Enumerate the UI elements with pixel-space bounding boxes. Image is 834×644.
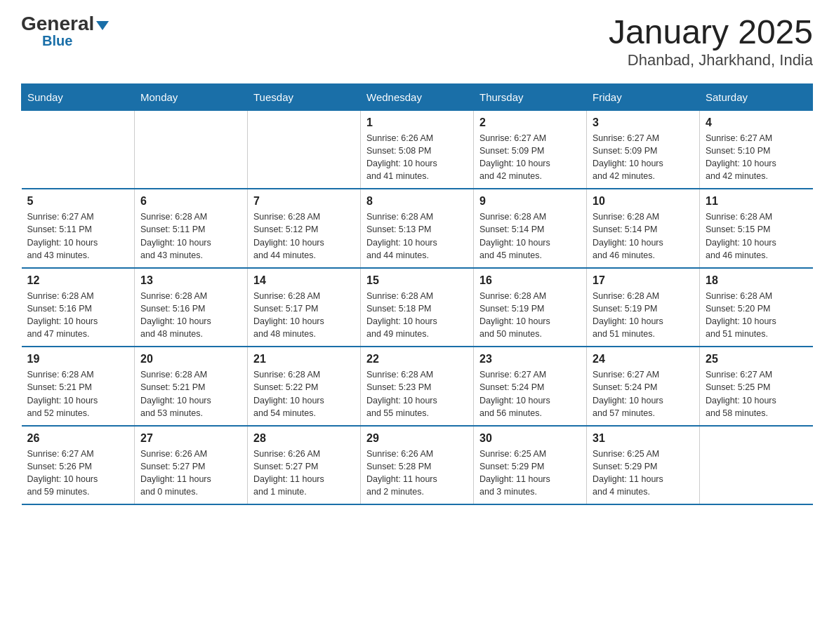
calendar-day-cell: 23Sunrise: 6:27 AM Sunset: 5:24 PM Dayli… (474, 347, 587, 426)
day-info: Sunrise: 6:28 AM Sunset: 5:21 PM Dayligh… (27, 370, 98, 417)
calendar-body: 1Sunrise: 6:26 AM Sunset: 5:08 PM Daylig… (22, 110, 813, 504)
day-number: 29 (366, 432, 468, 445)
calendar-day-cell: 28Sunrise: 6:26 AM Sunset: 5:27 PM Dayli… (248, 426, 361, 505)
calendar-day-cell: 18Sunrise: 6:28 AM Sunset: 5:20 PM Dayli… (700, 268, 813, 347)
day-info: Sunrise: 6:28 AM Sunset: 5:17 PM Dayligh… (253, 291, 324, 339)
day-number: 14 (253, 274, 355, 287)
calendar-day-cell: 19Sunrise: 6:28 AM Sunset: 5:21 PM Dayli… (22, 347, 135, 426)
calendar-day-cell: 21Sunrise: 6:28 AM Sunset: 5:22 PM Dayli… (248, 347, 361, 426)
day-number: 6 (140, 195, 241, 208)
day-info: Sunrise: 6:28 AM Sunset: 5:20 PM Dayligh… (706, 291, 776, 339)
day-number: 11 (706, 195, 807, 208)
day-info: Sunrise: 6:27 AM Sunset: 5:25 PM Dayligh… (706, 370, 776, 417)
calendar-day-cell: 10Sunrise: 6:28 AM Sunset: 5:14 PM Dayli… (587, 189, 700, 268)
day-number: 8 (366, 195, 468, 208)
calendar-table: SundayMondayTuesdayWednesdayThursdayFrid… (21, 83, 813, 506)
day-number: 24 (593, 353, 694, 365)
day-number: 5 (27, 195, 129, 208)
day-info: Sunrise: 6:28 AM Sunset: 5:22 PM Dayligh… (253, 370, 324, 417)
day-info: Sunrise: 6:25 AM Sunset: 5:29 PM Dayligh… (593, 449, 663, 497)
day-info: Sunrise: 6:25 AM Sunset: 5:29 PM Dayligh… (479, 449, 550, 497)
title-section: January 2025 Dhanbad, Jharkhand, India (609, 14, 813, 69)
day-info: Sunrise: 6:28 AM Sunset: 5:16 PM Dayligh… (140, 291, 211, 339)
calendar-week-row: 1Sunrise: 6:26 AM Sunset: 5:08 PM Daylig… (22, 110, 813, 189)
calendar-day-cell: 2Sunrise: 6:27 AM Sunset: 5:09 PM Daylig… (474, 110, 587, 189)
page-header: General Blue January 2025 Dhanbad, Jhark… (21, 14, 813, 69)
calendar-day-cell: 24Sunrise: 6:27 AM Sunset: 5:24 PM Dayli… (587, 347, 700, 426)
calendar-day-cell: 15Sunrise: 6:28 AM Sunset: 5:18 PM Dayli… (361, 268, 474, 347)
day-number: 27 (140, 432, 241, 445)
day-number: 15 (366, 274, 468, 287)
day-info: Sunrise: 6:28 AM Sunset: 5:16 PM Dayligh… (27, 291, 98, 339)
day-of-week-header-saturday: Saturday (700, 83, 813, 110)
day-info: Sunrise: 6:28 AM Sunset: 5:19 PM Dayligh… (479, 291, 550, 339)
day-number: 10 (593, 195, 694, 208)
day-number: 4 (706, 116, 807, 129)
empty-day-cell (135, 110, 248, 189)
day-info: Sunrise: 6:27 AM Sunset: 5:09 PM Dayligh… (593, 133, 663, 181)
day-of-week-header-sunday: Sunday (22, 83, 135, 110)
day-info: Sunrise: 6:26 AM Sunset: 5:08 PM Dayligh… (366, 133, 437, 181)
day-number: 1 (366, 116, 468, 129)
day-number: 3 (593, 116, 694, 129)
logo-blue-text: Blue (42, 34, 72, 48)
day-info: Sunrise: 6:28 AM Sunset: 5:14 PM Dayligh… (479, 212, 550, 260)
logo: General Blue (21, 14, 109, 48)
calendar-day-cell: 7Sunrise: 6:28 AM Sunset: 5:12 PM Daylig… (248, 189, 361, 268)
calendar-day-cell: 1Sunrise: 6:26 AM Sunset: 5:08 PM Daylig… (361, 110, 474, 189)
day-number: 31 (593, 432, 694, 445)
calendar-day-cell: 20Sunrise: 6:28 AM Sunset: 5:21 PM Dayli… (135, 347, 248, 426)
day-info: Sunrise: 6:28 AM Sunset: 5:11 PM Dayligh… (140, 212, 211, 260)
day-info: Sunrise: 6:27 AM Sunset: 5:26 PM Dayligh… (27, 449, 98, 497)
day-number: 30 (479, 432, 581, 445)
day-info: Sunrise: 6:26 AM Sunset: 5:28 PM Dayligh… (366, 449, 437, 497)
day-number: 13 (140, 274, 241, 287)
calendar-day-cell: 29Sunrise: 6:26 AM Sunset: 5:28 PM Dayli… (361, 426, 474, 505)
calendar-day-cell: 26Sunrise: 6:27 AM Sunset: 5:26 PM Dayli… (22, 426, 135, 505)
day-info: Sunrise: 6:28 AM Sunset: 5:12 PM Dayligh… (253, 212, 324, 260)
calendar-subtitle: Dhanbad, Jharkhand, India (609, 51, 813, 69)
calendar-week-row: 5Sunrise: 6:27 AM Sunset: 5:11 PM Daylig… (22, 189, 813, 268)
calendar-day-cell: 5Sunrise: 6:27 AM Sunset: 5:11 PM Daylig… (22, 189, 135, 268)
days-of-week-row: SundayMondayTuesdayWednesdayThursdayFrid… (22, 83, 813, 110)
day-number: 28 (253, 432, 355, 445)
calendar-day-cell: 8Sunrise: 6:28 AM Sunset: 5:13 PM Daylig… (361, 189, 474, 268)
day-info: Sunrise: 6:28 AM Sunset: 5:21 PM Dayligh… (140, 370, 211, 417)
day-number: 25 (706, 353, 807, 365)
day-info: Sunrise: 6:28 AM Sunset: 5:15 PM Dayligh… (706, 212, 776, 260)
calendar-day-cell: 13Sunrise: 6:28 AM Sunset: 5:16 PM Dayli… (135, 268, 248, 347)
day-of-week-header-wednesday: Wednesday (361, 83, 474, 110)
day-info: Sunrise: 6:27 AM Sunset: 5:10 PM Dayligh… (706, 133, 776, 181)
day-of-week-header-friday: Friday (587, 83, 700, 110)
day-info: Sunrise: 6:27 AM Sunset: 5:11 PM Dayligh… (27, 212, 98, 260)
day-info: Sunrise: 6:26 AM Sunset: 5:27 PM Dayligh… (253, 449, 324, 497)
day-of-week-header-thursday: Thursday (474, 83, 587, 110)
day-number: 2 (479, 116, 581, 129)
calendar-day-cell: 6Sunrise: 6:28 AM Sunset: 5:11 PM Daylig… (135, 189, 248, 268)
day-number: 9 (479, 195, 581, 208)
calendar-day-cell: 12Sunrise: 6:28 AM Sunset: 5:16 PM Dayli… (22, 268, 135, 347)
day-of-week-header-tuesday: Tuesday (248, 83, 361, 110)
day-info: Sunrise: 6:27 AM Sunset: 5:24 PM Dayligh… (479, 370, 550, 417)
day-info: Sunrise: 6:27 AM Sunset: 5:24 PM Dayligh… (593, 370, 663, 417)
day-number: 21 (253, 353, 355, 365)
empty-day-cell (22, 110, 135, 189)
day-info: Sunrise: 6:28 AM Sunset: 5:14 PM Dayligh… (593, 212, 663, 260)
day-number: 22 (366, 353, 468, 365)
day-info: Sunrise: 6:28 AM Sunset: 5:18 PM Dayligh… (366, 291, 437, 339)
calendar-day-cell: 11Sunrise: 6:28 AM Sunset: 5:15 PM Dayli… (700, 189, 813, 268)
calendar-title: January 2025 (609, 14, 813, 51)
calendar-week-row: 12Sunrise: 6:28 AM Sunset: 5:16 PM Dayli… (22, 268, 813, 347)
day-number: 7 (253, 195, 355, 208)
day-number: 17 (593, 274, 694, 287)
day-info: Sunrise: 6:28 AM Sunset: 5:13 PM Dayligh… (366, 212, 437, 260)
day-number: 16 (479, 274, 581, 287)
logo-general-text: General (21, 14, 94, 34)
calendar-day-cell: 4Sunrise: 6:27 AM Sunset: 5:10 PM Daylig… (700, 110, 813, 189)
calendar-day-cell: 16Sunrise: 6:28 AM Sunset: 5:19 PM Dayli… (474, 268, 587, 347)
day-info: Sunrise: 6:27 AM Sunset: 5:09 PM Dayligh… (479, 133, 550, 181)
calendar-day-cell: 14Sunrise: 6:28 AM Sunset: 5:17 PM Dayli… (248, 268, 361, 347)
calendar-day-cell: 30Sunrise: 6:25 AM Sunset: 5:29 PM Dayli… (474, 426, 587, 505)
calendar-day-cell: 31Sunrise: 6:25 AM Sunset: 5:29 PM Dayli… (587, 426, 700, 505)
calendar-day-cell: 3Sunrise: 6:27 AM Sunset: 5:09 PM Daylig… (587, 110, 700, 189)
